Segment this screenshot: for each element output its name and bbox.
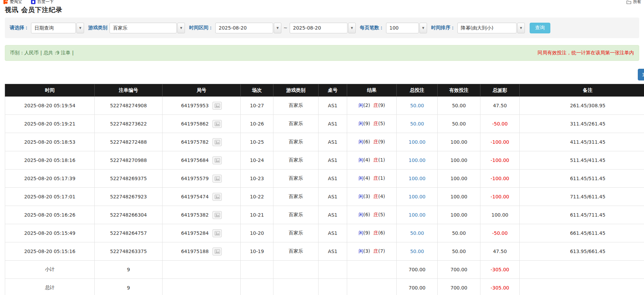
view-round-result-button[interactable] bbox=[212, 193, 222, 201]
total-label: 总计 bbox=[5, 279, 95, 295]
chevron-down-icon[interactable]: ▼ bbox=[419, 23, 427, 33]
round-result-cards-icon bbox=[215, 231, 220, 236]
total-bet-link[interactable]: 100.00 bbox=[409, 176, 426, 181]
chevron-down-icon[interactable]: ▼ bbox=[274, 23, 281, 33]
date-to-select: 2025-08-20 ▼ bbox=[290, 23, 356, 33]
player-result: 闲 bbox=[359, 175, 363, 181]
taobao-favicon-icon bbox=[3, 0, 8, 4]
chevron-down-icon[interactable]: ▼ bbox=[517, 23, 525, 33]
chevron-down-icon[interactable]: ▼ bbox=[76, 23, 84, 33]
date-to-value[interactable]: 2025-08-20 bbox=[290, 23, 347, 33]
player-score: (4) bbox=[363, 157, 370, 163]
cell-payout: 47.50 bbox=[480, 242, 520, 261]
summary-bar: 币别 : 人民币 | 总共 :9 注单 | 同局有效投注，统一计算在该局第一张注… bbox=[5, 45, 639, 61]
total-bet-link[interactable]: 50.00 bbox=[410, 103, 424, 108]
query-type-select: 日期查询 ▼ bbox=[31, 23, 84, 33]
banker-score: (7) bbox=[378, 248, 385, 254]
total-bet-link[interactable]: 100.00 bbox=[409, 157, 426, 163]
round-result-cards-icon bbox=[215, 122, 220, 126]
cell-table-no: AS1 bbox=[319, 151, 347, 170]
table-footer: 小计 9 700.00 700.00 -305.00 总计 9 700.00 7… bbox=[5, 261, 644, 295]
date-from-select: 2025-08-20 ▼ bbox=[215, 23, 281, 33]
table-row: 2025-08-20 05:17:39 522748269375 6419755… bbox=[5, 170, 644, 188]
page-title: 视讯 会员下注纪录 bbox=[5, 6, 644, 14]
cell-total-bet: 50.00 bbox=[397, 242, 438, 261]
round-id-text: 641975862 bbox=[181, 121, 209, 126]
col-game-type: 游戏类别 bbox=[273, 84, 319, 97]
view-round-result-button[interactable] bbox=[212, 120, 222, 128]
banker-result: 庄 bbox=[373, 175, 378, 181]
cell-payout: -100.00 bbox=[480, 188, 520, 206]
cell-payout: -50.00 bbox=[480, 115, 520, 133]
page-1-button[interactable]: 1 bbox=[638, 69, 644, 80]
view-round-result-button[interactable] bbox=[212, 175, 222, 183]
bookmark-aitaobao[interactable]: 爱淘宝 bbox=[3, 0, 22, 5]
cell-table-no: AS1 bbox=[319, 188, 347, 206]
footer-empty-cell bbox=[520, 261, 644, 279]
view-round-result-button[interactable] bbox=[212, 138, 222, 146]
cell-payout: 47.50 bbox=[480, 97, 520, 115]
player-result: 闲 bbox=[359, 102, 363, 108]
bookmark-baidu[interactable]: 百度一下 bbox=[31, 0, 54, 5]
total-bet-link[interactable]: 50.00 bbox=[410, 230, 424, 236]
table-row: 2025-08-20 05:19:54 522748274908 6419759… bbox=[5, 97, 644, 115]
date-from-value[interactable]: 2025-08-20 bbox=[215, 23, 273, 33]
time-sort-value[interactable]: 降幂(由大到小) bbox=[457, 23, 517, 33]
round-id-text: 641975782 bbox=[181, 139, 209, 144]
bookmarks-bar: 爱淘宝 百度一下 所有 bbox=[0, 0, 644, 5]
player-result: 闲 bbox=[359, 194, 363, 199]
cell-bet-id: 522748273622 bbox=[95, 115, 163, 133]
table-body: 2025-08-20 05:19:54 522748274908 6419759… bbox=[5, 97, 644, 261]
game-type-value[interactable]: 百家乐 bbox=[110, 23, 177, 33]
game-type-label: 游戏类别 bbox=[88, 25, 107, 31]
total-bet-link[interactable]: 50.00 bbox=[410, 121, 424, 127]
total-bet-link[interactable]: 50.00 bbox=[410, 249, 424, 254]
cell-round-id: 641975684 bbox=[163, 151, 241, 170]
search-button[interactable]: 查询 bbox=[530, 23, 550, 33]
query-type-value[interactable]: 日期查询 bbox=[31, 23, 76, 33]
cell-valid-bet: 50.00 bbox=[438, 97, 480, 115]
table-row: 2025-08-20 05:16:26 522748266304 6419753… bbox=[5, 206, 644, 224]
page-size-value[interactable]: 100 bbox=[386, 23, 419, 33]
total-bet-link[interactable]: 100.00 bbox=[409, 139, 426, 145]
view-round-result-button[interactable] bbox=[212, 248, 222, 255]
all-bookmarks-button[interactable]: 所有 bbox=[626, 0, 641, 5]
cell-table-no: AS1 bbox=[319, 170, 347, 188]
cell-session: 10-19 bbox=[241, 242, 273, 261]
page-size-label: 每页笔数： bbox=[360, 25, 384, 31]
total-bet-link[interactable]: 100.00 bbox=[409, 212, 426, 218]
subtotal-row: 小计 9 700.00 700.00 -305.00 bbox=[5, 261, 644, 279]
total-bet-link[interactable]: 100.00 bbox=[409, 194, 426, 199]
cell-time: 2025-08-20 05:15:16 bbox=[5, 242, 95, 261]
subtotal-total-bet: 700.00 bbox=[397, 261, 438, 279]
view-round-result-button[interactable] bbox=[212, 156, 222, 164]
cell-valid-bet: 100.00 bbox=[438, 133, 480, 151]
cell-note: 261.45/308.95 bbox=[520, 97, 644, 115]
cell-total-bet: 100.00 bbox=[397, 151, 438, 170]
cell-note: 611.45/711.45 bbox=[520, 206, 644, 224]
cell-result: 闲(3) 庄(4) bbox=[347, 188, 397, 206]
chevron-down-icon[interactable]: ▼ bbox=[177, 23, 185, 33]
view-round-result-button[interactable] bbox=[212, 229, 222, 237]
cell-session: 10-24 bbox=[241, 151, 273, 170]
cell-bet-id: 522748266304 bbox=[95, 206, 163, 224]
view-round-result-button[interactable] bbox=[212, 102, 222, 110]
round-id-text: 641975579 bbox=[181, 175, 209, 181]
cell-round-id: 641975953 bbox=[163, 97, 241, 115]
view-round-result-button[interactable] bbox=[212, 211, 222, 219]
banker-result: 庄 bbox=[373, 194, 378, 199]
table-row: 2025-08-20 05:18:16 522748270988 6419756… bbox=[5, 151, 644, 170]
player-result: 闲 bbox=[359, 230, 363, 236]
banker-result: 庄 bbox=[373, 248, 378, 254]
cell-valid-bet: 100.00 bbox=[438, 170, 480, 188]
cell-note: 611.45/511.45 bbox=[520, 170, 644, 188]
cell-table-no: AS1 bbox=[319, 206, 347, 224]
table-row: 2025-08-20 05:19:21 522748273622 6419758… bbox=[5, 115, 644, 133]
cell-valid-bet: 100.00 bbox=[438, 151, 480, 170]
table-row: 2025-08-20 05:17:01 522748267923 6419754… bbox=[5, 188, 644, 206]
player-score: (9) bbox=[363, 230, 370, 236]
cell-bet-id: 522748263375 bbox=[95, 242, 163, 261]
cell-round-id: 641975579 bbox=[163, 170, 241, 188]
chevron-down-icon[interactable]: ▼ bbox=[348, 23, 356, 33]
cell-game-type: 百家乐 bbox=[273, 242, 319, 261]
